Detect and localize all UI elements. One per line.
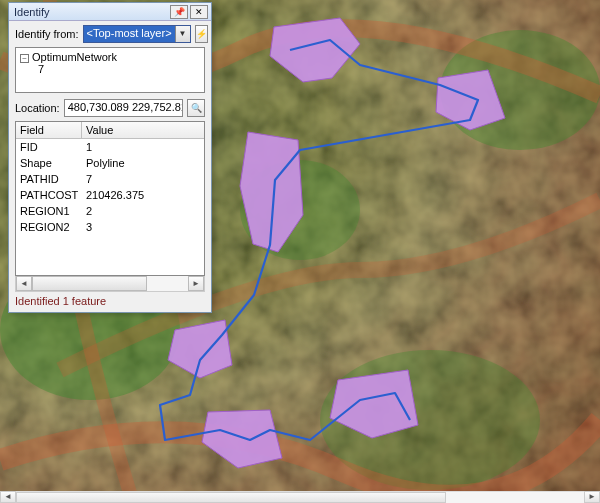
- pin-button[interactable]: 📌: [170, 5, 188, 19]
- tree-root-label: OptimumNetwork: [32, 51, 117, 63]
- table-row[interactable]: REGION2 3: [16, 219, 204, 235]
- location-label: Location:: [15, 102, 60, 114]
- scroll-thumb[interactable]: [16, 492, 446, 503]
- table-row[interactable]: Shape Polyline: [16, 155, 204, 171]
- chevron-down-icon[interactable]: ▼: [175, 26, 190, 42]
- map-hscroll[interactable]: ◄ ►: [0, 491, 600, 503]
- header-value[interactable]: Value: [82, 122, 204, 138]
- table-row[interactable]: PATHID 7: [16, 171, 204, 187]
- location-value[interactable]: 480,730.089 229,752.818 Meters: [64, 99, 183, 117]
- header-field[interactable]: Field: [16, 122, 82, 138]
- flash-button[interactable]: ⚡: [195, 25, 208, 43]
- scroll-left-icon[interactable]: ◄: [0, 491, 16, 503]
- layer-dropdown[interactable]: <Top-most layer> ▼: [83, 25, 191, 43]
- layer-dropdown-selected: <Top-most layer>: [84, 26, 175, 42]
- feature-tree[interactable]: −OptimumNetwork 7: [15, 47, 205, 93]
- location-row: Location: 480,730.089 229,752.818 Meters…: [9, 93, 211, 121]
- scroll-track[interactable]: [16, 491, 584, 503]
- table-header: Field Value: [16, 122, 204, 139]
- window-title: Identify: [12, 6, 168, 18]
- collapse-icon[interactable]: −: [20, 54, 29, 63]
- identify-from-label: Identify from:: [15, 28, 79, 40]
- status-text: Identified 1 feature: [9, 292, 211, 312]
- table-row[interactable]: FID 1: [16, 139, 204, 155]
- scroll-left-icon[interactable]: ◄: [16, 276, 32, 291]
- tree-root[interactable]: −OptimumNetwork: [20, 51, 200, 63]
- tree-child-label: 7: [38, 63, 44, 75]
- attribute-table: Field Value FID 1 Shape Polyline PATHID …: [15, 121, 205, 276]
- table-row[interactable]: PATHCOST 210426.375: [16, 187, 204, 203]
- tree-child[interactable]: 7: [20, 63, 200, 75]
- close-button[interactable]: ✕: [190, 5, 208, 19]
- table-empty: [16, 235, 204, 275]
- scroll-right-icon[interactable]: ►: [188, 276, 204, 291]
- zoom-button[interactable]: 🔍: [187, 99, 205, 117]
- titlebar[interactable]: Identify 📌 ✕: [9, 3, 211, 21]
- table-row[interactable]: REGION1 2: [16, 203, 204, 219]
- scroll-thumb[interactable]: [32, 276, 147, 291]
- identify-window: Identify 📌 ✕ Identify from: <Top-most la…: [8, 2, 212, 313]
- scroll-track[interactable]: [32, 276, 188, 291]
- scroll-right-icon[interactable]: ►: [584, 491, 600, 503]
- identify-from-row: Identify from: <Top-most layer> ▼ ⚡: [9, 21, 211, 47]
- table-hscroll[interactable]: ◄ ►: [15, 276, 205, 292]
